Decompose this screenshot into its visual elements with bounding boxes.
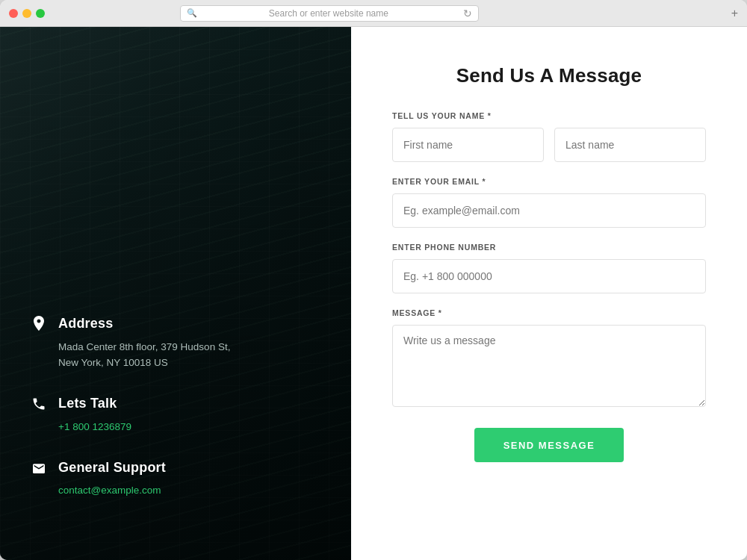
browser-content: Address Mada Center 8th floor, 379 Hudso… <box>0 27 747 560</box>
email-section: ENTER YOUR EMAIL * <box>392 177 706 228</box>
close-button[interactable] <box>9 9 18 18</box>
minimize-button[interactable] <box>22 9 31 18</box>
contact-info: Address Mada Center 8th floor, 379 Hudso… <box>30 315 321 523</box>
phone-block: Lets Talk +1 800 1236879 <box>30 395 321 435</box>
email-input[interactable] <box>392 193 706 228</box>
phone-section: ENTER PHONE NUMBER <box>392 243 706 293</box>
maximize-button[interactable] <box>36 9 45 18</box>
new-tab-button[interactable]: + <box>731 7 738 19</box>
location-icon <box>30 315 48 333</box>
name-section: TELL US YOUR NAME * <box>392 111 706 162</box>
address-header: Address <box>30 315 321 333</box>
phone-input[interactable] <box>392 259 706 293</box>
message-label: MESSAGE * <box>392 308 706 317</box>
phone-header: Lets Talk <box>30 395 321 413</box>
email-label: ENTER YOUR EMAIL * <box>392 177 706 186</box>
last-name-input[interactable] <box>554 128 706 162</box>
phone-icon <box>30 395 48 413</box>
send-message-button[interactable]: SEND MESSAGE <box>474 428 624 462</box>
address-bar[interactable]: 🔍 Search or enter website name ↻ <box>180 5 479 22</box>
support-header: General Support <box>30 458 321 476</box>
browser-titlebar: 🔍 Search or enter website name ↻ + <box>0 0 747 27</box>
message-input[interactable] <box>392 325 706 407</box>
address-detail: Mada Center 8th floor, 379 Hudson St, Ne… <box>30 339 321 371</box>
phone-label: ENTER PHONE NUMBER <box>392 243 706 252</box>
first-name-input[interactable] <box>392 128 544 162</box>
phone-title: Lets Talk <box>58 396 117 411</box>
name-label: TELL US YOUR NAME * <box>392 111 706 120</box>
left-panel: Address Mada Center 8th floor, 379 Hudso… <box>0 27 351 560</box>
support-email: contact@example.com <box>30 482 321 499</box>
reload-icon[interactable]: ↻ <box>463 7 472 19</box>
support-title: General Support <box>58 460 166 476</box>
email-icon <box>30 458 48 476</box>
support-block: General Support contact@example.com <box>30 458 321 499</box>
address-title: Address <box>58 316 113 332</box>
browser-window: 🔍 Search or enter website name ↻ + <box>0 0 747 560</box>
message-section: MESSAGE * <box>392 308 706 407</box>
traffic-lights <box>9 9 45 18</box>
address-block: Address Mada Center 8th floor, 379 Hudso… <box>30 315 321 371</box>
phone-number: +1 800 1236879 <box>30 419 321 435</box>
right-panel: Send Us A Message TELL US YOUR NAME * EN… <box>351 27 747 560</box>
search-icon: 🔍 <box>187 8 197 18</box>
form-title: Send Us A Message <box>392 64 706 87</box>
name-row <box>392 128 706 162</box>
address-bar-text: Search or enter website name <box>202 8 456 19</box>
